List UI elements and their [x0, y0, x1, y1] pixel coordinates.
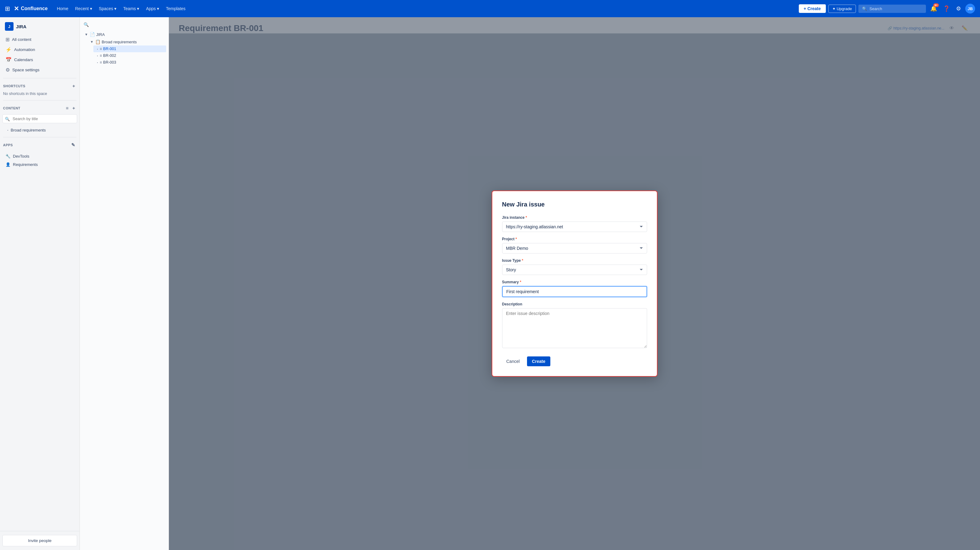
grid-icon[interactable]: ⊞: [5, 5, 10, 12]
issue-type-group: Issue Type * Story Bug Task Epic: [502, 258, 647, 275]
description-label: Description: [502, 302, 647, 306]
divider-3: [3, 137, 76, 137]
sidebar-item-automation[interactable]: ⚡ Automation: [2, 45, 77, 55]
create-button[interactable]: Create: [527, 356, 550, 366]
required-star-3: *: [522, 258, 523, 263]
tree-search-input[interactable]: [89, 22, 165, 27]
upgrade-button[interactable]: ✦ Upgrade: [828, 5, 856, 13]
requirements-item[interactable]: 👤 Requirements: [2, 160, 77, 169]
jira-instance-group: Jira instance * https://ry-staging.atlas…: [502, 215, 647, 232]
nav-spaces[interactable]: Spaces ▾: [96, 4, 120, 13]
br001-bullet: •: [97, 48, 98, 50]
cancel-button[interactable]: Cancel: [502, 356, 524, 366]
broad-requirements-item[interactable]: • Broad requirements: [2, 126, 77, 134]
tree-br-children: • ≡ BR-001 • ≡ BR-002 • ≡ BR-003: [88, 45, 166, 66]
req-icon-2: ≡: [100, 53, 102, 58]
add-content-icon[interactable]: +: [71, 105, 76, 111]
issue-type-select[interactable]: Story Bug Task Epic: [502, 265, 647, 275]
space-settings-label: Space settings: [12, 68, 40, 72]
sidebar-item-space-settings[interactable]: ⚙ Space settings: [2, 65, 77, 75]
bullet-icon: •: [7, 129, 8, 132]
project-group: Project * MBR Demo: [502, 237, 647, 253]
confluence-logo[interactable]: ✕ Confluence: [14, 5, 48, 12]
apps-list: 🔧 DevTools 👤 Requirements: [0, 150, 80, 171]
jira-instance-label: Jira instance *: [502, 215, 647, 220]
top-navigation: ⊞ ✕ Confluence Home Recent ▾ Spaces ▾ Te…: [0, 0, 980, 17]
sidebar-item-calendars[interactable]: 📅 Calendars: [2, 55, 77, 65]
main-layout: J JIRA ⊞ All content ⚡ Automation 📅 Cale…: [0, 17, 980, 550]
tree-jira-root[interactable]: ▼ 📄 JIRA: [82, 31, 166, 38]
content-items: • Broad requirements: [0, 125, 80, 135]
add-shortcut-icon[interactable]: +: [71, 83, 76, 89]
search-icon: 🔍: [862, 6, 867, 11]
apps-actions: ✎: [70, 142, 76, 148]
modal-overlay: New Jira issue Jira instance * https://r…: [169, 17, 980, 550]
divider-2: [3, 100, 76, 100]
devtools-item[interactable]: 🔧 DevTools: [2, 152, 77, 160]
sidebar-header: J JIRA: [0, 17, 80, 33]
modal-title: New Jira issue: [502, 201, 647, 208]
tree-jira-icon: 📄: [90, 32, 95, 37]
automation-label: Automation: [14, 47, 35, 52]
nav-templates[interactable]: Templates: [163, 4, 189, 13]
tree-br002[interactable]: • ≡ BR-002: [93, 52, 166, 59]
notification-badge: 9+: [933, 3, 939, 7]
req-icon-1: ≡: [100, 47, 102, 51]
jira-instance-select[interactable]: https://ry-staging.atlassian.net: [502, 222, 647, 232]
nav-items: Home Recent ▾ Spaces ▾ Teams ▾ Apps ▾ Te…: [54, 4, 796, 13]
br003-label: BR-003: [103, 60, 116, 65]
nav-recent[interactable]: Recent ▾: [72, 4, 95, 13]
br002-label: BR-002: [103, 53, 116, 58]
space-logo: J: [5, 22, 14, 31]
notifications-button[interactable]: 🔔 9+: [928, 3, 939, 14]
nav-apps[interactable]: Apps ▾: [143, 4, 162, 13]
project-select[interactable]: MBR Demo: [502, 243, 647, 253]
nav-home[interactable]: Home: [54, 4, 71, 13]
logo-x-icon: ✕: [14, 5, 19, 12]
create-button[interactable]: + Create: [799, 4, 826, 13]
shortcuts-section-header: SHORTCUTS +: [0, 80, 80, 90]
space-settings-icon: ⚙: [6, 67, 10, 73]
required-star-1: *: [525, 215, 527, 220]
req-icon-3: ≡: [100, 60, 102, 65]
help-button[interactable]: ❓: [941, 3, 952, 14]
br002-bullet: •: [97, 54, 98, 57]
settings-button[interactable]: ⚙: [954, 3, 963, 14]
modal-footer: Cancel Create: [502, 356, 647, 366]
issue-type-label: Issue Type *: [502, 258, 647, 263]
topnav-right: ✦ Upgrade 🔍 Search 🔔 9+ ❓ ⚙ JB: [828, 3, 975, 14]
all-content-icon: ⊞: [6, 37, 10, 42]
summary-group: Summary *: [502, 280, 647, 297]
tree-search-icon: 🔍: [84, 22, 89, 27]
content-actions: ≡ +: [65, 105, 76, 111]
shortcuts-label: SHORTCUTS: [3, 84, 25, 88]
devtools-label: DevTools: [13, 154, 29, 159]
filter-icon[interactable]: ≡: [65, 105, 70, 111]
nav-teams[interactable]: Teams ▾: [120, 4, 142, 13]
tree-broad-requirements[interactable]: ▼ 📋 Broad requirements: [88, 38, 166, 45]
content-section-header: CONTENT ≡ +: [0, 102, 80, 112]
required-star-2: *: [515, 237, 517, 241]
sidebar-item-all-content[interactable]: ⊞ All content: [2, 34, 77, 45]
broad-requirements-label: Broad requirements: [11, 128, 46, 132]
summary-input[interactable]: [502, 286, 647, 297]
search-by-title-input[interactable]: [2, 114, 77, 123]
tree-br-label: Broad requirements: [102, 40, 137, 44]
all-content-label: All content: [12, 37, 31, 42]
invite-people-button[interactable]: Invite people: [2, 535, 77, 546]
br001-label: BR-001: [103, 47, 116, 51]
tree-br001[interactable]: • ≡ BR-001: [93, 45, 166, 52]
no-shortcuts-text: No shortcuts in this space: [0, 90, 80, 98]
divider-1: [3, 78, 76, 78]
tree-children: ▼ 📋 Broad requirements • ≡ BR-001 • ≡ BR…: [82, 38, 166, 66]
edit-apps-icon[interactable]: ✎: [70, 142, 76, 148]
tree-jira-label: JIRA: [96, 32, 105, 37]
description-textarea[interactable]: [502, 308, 647, 348]
user-avatar[interactable]: JB: [965, 4, 975, 14]
tree-br003[interactable]: • ≡ BR-003: [93, 59, 166, 66]
search-bar[interactable]: 🔍 Search: [858, 5, 926, 13]
br003-bullet: •: [97, 61, 98, 64]
new-jira-issue-modal: New Jira issue Jira instance * https://r…: [492, 191, 657, 377]
requirements-icon: 👤: [6, 162, 10, 167]
content-search-wrap: 🔍: [0, 112, 80, 125]
